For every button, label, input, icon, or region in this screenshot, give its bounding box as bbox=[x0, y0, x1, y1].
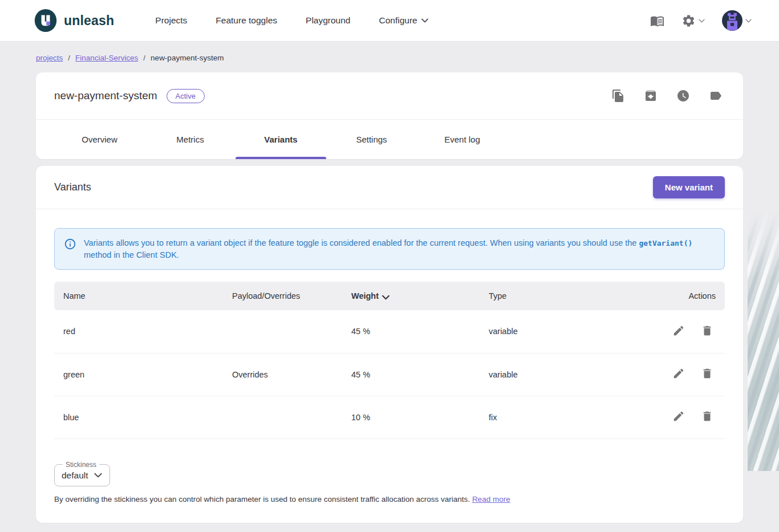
tab-variants[interactable]: Variants bbox=[236, 120, 326, 159]
history-clock-icon bbox=[676, 89, 690, 103]
column-payload-overrides: Payload/Overrides bbox=[223, 282, 342, 310]
chevron-down-icon bbox=[745, 19, 752, 23]
navbar-actions bbox=[648, 8, 754, 33]
variant-name: red bbox=[54, 310, 223, 353]
archive-icon bbox=[644, 89, 658, 103]
menu-book-icon bbox=[650, 14, 664, 28]
top-navbar: unleash Projects Feature toggles Playgro… bbox=[0, 0, 779, 42]
code-snippet: getVariant() bbox=[639, 239, 692, 247]
unleash-logo-icon bbox=[34, 9, 57, 32]
variant-type: fix bbox=[480, 396, 640, 438]
edit-pencil-icon bbox=[672, 367, 685, 380]
variant-weight: 45 % bbox=[342, 310, 480, 353]
table-row: red 45 % variable bbox=[54, 310, 725, 353]
feature-actions bbox=[609, 87, 725, 105]
tag-button[interactable] bbox=[707, 87, 725, 105]
stickiness-help-text: By overriding the stickiness you can con… bbox=[54, 495, 725, 503]
variant-weight: 45 % bbox=[342, 353, 480, 396]
nav-playground[interactable]: Playground bbox=[306, 15, 350, 26]
column-actions: Actions bbox=[640, 282, 725, 310]
docs-button[interactable] bbox=[648, 11, 667, 30]
table-row: blue 10 % fix bbox=[54, 396, 725, 438]
decorative-texture bbox=[748, 211, 779, 471]
divider bbox=[36, 209, 743, 209]
edit-pencil-icon bbox=[672, 324, 685, 337]
variant-payload bbox=[223, 396, 342, 438]
edit-pencil-icon bbox=[672, 410, 685, 423]
copy-icon bbox=[611, 89, 625, 103]
nav-feature-toggles[interactable]: Feature toggles bbox=[216, 15, 277, 26]
feature-tabs: Overview Metrics Variants Settings Event… bbox=[36, 120, 743, 159]
column-type: Type bbox=[480, 282, 640, 310]
tab-settings[interactable]: Settings bbox=[326, 120, 417, 159]
chevron-down-icon bbox=[94, 473, 102, 478]
breadcrumb-financial-services[interactable]: Financial-Services bbox=[75, 54, 138, 62]
delete-trash-icon bbox=[701, 324, 713, 337]
variant-payload bbox=[223, 310, 342, 353]
panel-title: Variants bbox=[54, 181, 91, 193]
feature-header-card: new-payment-system Active Overview Me bbox=[36, 72, 743, 159]
variants-panel: Variants New variant Variants allows you… bbox=[36, 166, 743, 523]
nav-configure[interactable]: Configure bbox=[379, 15, 428, 26]
archive-feature-button[interactable] bbox=[642, 87, 660, 105]
variant-payload: Overrides bbox=[223, 353, 342, 396]
new-variant-button[interactable]: New variant bbox=[653, 176, 725, 198]
profile-button[interactable] bbox=[720, 8, 754, 33]
info-alert: Variants allows you to return a variant … bbox=[54, 228, 725, 270]
table-row: green Overrides 45 % variable bbox=[54, 353, 725, 396]
delete-variant-button[interactable] bbox=[699, 408, 716, 427]
nav-projects[interactable]: Projects bbox=[155, 15, 187, 26]
delete-variant-button[interactable] bbox=[699, 322, 716, 341]
column-name: Name bbox=[54, 282, 223, 310]
column-weight-label: Weight bbox=[351, 291, 379, 300]
breadcrumb-projects[interactable]: projects bbox=[36, 54, 63, 62]
variant-weight: 10 % bbox=[342, 396, 480, 438]
tab-metrics[interactable]: Metrics bbox=[145, 120, 236, 159]
breadcrumb-current: new-payment-system bbox=[151, 54, 224, 62]
info-icon bbox=[64, 238, 76, 250]
edit-variant-button[interactable] bbox=[670, 365, 687, 384]
breadcrumb-separator: / bbox=[143, 54, 145, 62]
chevron-down-icon bbox=[421, 18, 428, 23]
delete-trash-icon bbox=[701, 410, 713, 423]
avatar-robot bbox=[722, 10, 743, 31]
sort-chevron-down-icon bbox=[382, 295, 390, 300]
edit-variant-button[interactable] bbox=[670, 322, 687, 341]
gear-icon bbox=[681, 14, 696, 28]
column-weight-sort[interactable]: Weight bbox=[342, 282, 480, 310]
chevron-down-icon bbox=[699, 19, 705, 23]
unleash-logo[interactable]: unleash bbox=[34, 9, 114, 32]
nav-configure-label: Configure bbox=[379, 15, 417, 26]
brand-wordmark: unleash bbox=[64, 13, 114, 29]
stickiness-value: default bbox=[62, 470, 88, 481]
tab-overview[interactable]: Overview bbox=[54, 120, 145, 159]
copy-feature-button[interactable] bbox=[609, 87, 627, 105]
history-button[interactable] bbox=[674, 87, 692, 105]
delete-trash-icon bbox=[701, 367, 713, 380]
settings-button[interactable] bbox=[679, 11, 707, 30]
status-badge: Active bbox=[167, 89, 205, 103]
variant-type: variable bbox=[480, 353, 640, 396]
table-header-row: Name Payload/Overrides Weight Type Actio… bbox=[54, 282, 725, 310]
variants-table: Name Payload/Overrides Weight Type Actio… bbox=[54, 282, 725, 439]
stickiness-label: Stickiness bbox=[63, 461, 99, 469]
tab-event-log[interactable]: Event log bbox=[417, 120, 508, 159]
variant-name: green bbox=[54, 353, 223, 396]
breadcrumb: projects / Financial-Services / new-paym… bbox=[36, 42, 743, 72]
edit-variant-button[interactable] bbox=[670, 408, 687, 427]
variant-name: blue bbox=[54, 396, 223, 438]
read-more-link[interactable]: Read more bbox=[472, 495, 510, 503]
info-alert-text: Variants allows you to return a variant … bbox=[84, 237, 715, 261]
main-nav: Projects Feature toggles Playground Conf… bbox=[155, 15, 428, 26]
main-content: new-payment-system Active Overview Me bbox=[36, 72, 743, 523]
delete-variant-button[interactable] bbox=[699, 365, 716, 384]
breadcrumb-separator: / bbox=[68, 54, 70, 62]
feature-title: new-payment-system bbox=[54, 90, 157, 102]
stickiness-select[interactable]: Stickiness default bbox=[54, 461, 110, 486]
variant-type: variable bbox=[480, 310, 640, 353]
tag-icon bbox=[709, 89, 723, 103]
